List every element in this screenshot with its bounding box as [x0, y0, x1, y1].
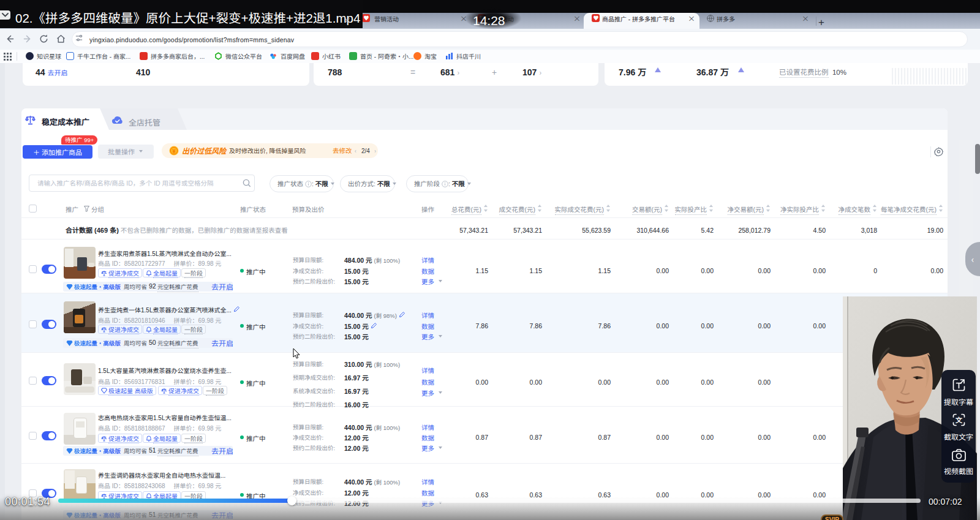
- svg-text:¥: ¥: [172, 147, 176, 155]
- svg-text:文: 文: [956, 415, 963, 424]
